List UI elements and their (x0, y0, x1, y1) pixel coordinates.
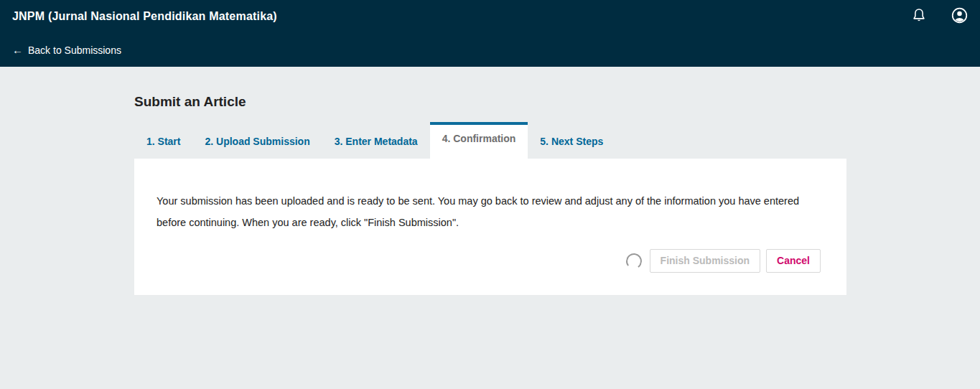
loading-spinner-icon (625, 252, 643, 270)
tab-next-steps[interactable]: 5. Next Steps (528, 122, 615, 159)
tab-upload-submission[interactable]: 2. Upload Submission (192, 122, 322, 159)
back-arrow-icon: ← (12, 44, 23, 56)
app-header: JNPM (Jurnal Nasional Pendidikan Matemat… (0, 0, 980, 67)
confirmation-panel: Your submission has been uploaded and is… (134, 159, 846, 295)
notifications-button[interactable] (911, 7, 927, 27)
header-top-row: JNPM (Jurnal Nasional Pendidikan Matemat… (0, 0, 980, 33)
tab-confirmation[interactable]: 4. Confirmation (430, 122, 528, 159)
back-link-label: Back to Submissions (28, 44, 121, 56)
form-button-row: Finish Submission Cancel (157, 249, 823, 273)
tab-enter-metadata[interactable]: 3. Enter Metadata (322, 122, 430, 159)
confirmation-message: Your submission has been uploaded and is… (157, 190, 823, 233)
bell-icon (911, 7, 927, 27)
header-sub-row: ← Back to Submissions (0, 33, 980, 67)
tab-start[interactable]: 1. Start (134, 122, 192, 159)
page-title: Submit an Article (134, 94, 846, 110)
submission-wizard: Submit an Article 1. Start 2. Upload Sub… (134, 94, 846, 295)
cancel-button[interactable]: Cancel (766, 249, 821, 273)
finish-submission-button[interactable]: Finish Submission (650, 249, 760, 273)
back-to-submissions-link[interactable]: ← Back to Submissions (12, 44, 121, 56)
wizard-tab-bar: 1. Start 2. Upload Submission 3. Enter M… (134, 122, 846, 159)
journal-title[interactable]: JNPM (Jurnal Nasional Pendidikan Matemat… (12, 10, 277, 23)
user-menu-button[interactable] (951, 7, 968, 26)
user-icon (951, 7, 968, 26)
